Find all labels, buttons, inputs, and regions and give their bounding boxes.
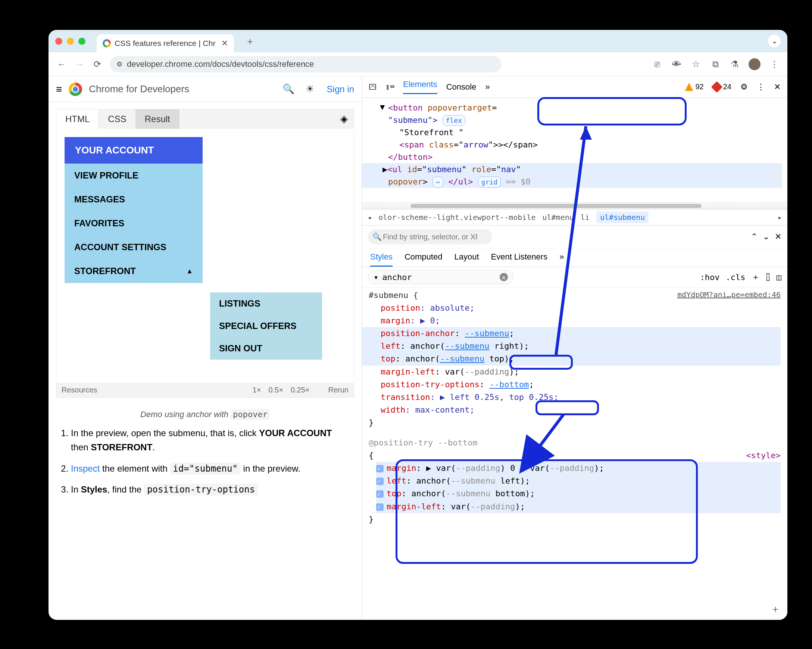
tab-favicon-icon (102, 39, 111, 47)
menu-favorites[interactable]: FAVORITES (64, 211, 203, 235)
scale-05x[interactable]: 0.5× (268, 386, 283, 394)
cls-toggle[interactable]: .cls (726, 272, 746, 282)
search-next-icon[interactable]: ⌄ (763, 232, 769, 242)
search-close-icon[interactable]: ✕ (775, 232, 781, 242)
annotation-dom-button-box (537, 97, 687, 126)
address-bar[interactable]: ⚙ developer.chrome.com/docs/devtools/css… (110, 56, 502, 72)
step-1: In the preview, open the submenu, that i… (71, 426, 350, 455)
extensions-icon[interactable]: ⧉ (710, 59, 721, 69)
labs-icon[interactable]: ⚗ (729, 59, 740, 69)
dom-search-input[interactable] (368, 229, 492, 244)
brush-icon[interactable]: ⌷ (766, 272, 771, 282)
new-tab-button[interactable]: ＋ (245, 35, 255, 48)
example-tabs: HTML CSS Result ◈ (56, 109, 354, 129)
search-icon[interactable]: 🔍 (282, 83, 295, 95)
tab-result[interactable]: Result (136, 109, 180, 129)
styles-tab[interactable]: Styles (370, 252, 392, 266)
rule-source-link[interactable]: mdYdpOM?ani…pe=embed:46 (677, 289, 781, 301)
chrome-logo-icon (69, 83, 82, 96)
profile-avatar[interactable] (749, 58, 760, 70)
back-button[interactable]: ← (56, 59, 67, 69)
styles-subtabs: Styles Computed Layout Event Listeners » (362, 248, 788, 267)
menu-your-account[interactable]: YOUR ACCOUNT (64, 137, 203, 164)
dom-search-row: 🔍 ⌃ ⌄ ✕ (362, 225, 788, 248)
reload-button[interactable]: ⟳ (92, 59, 103, 69)
inspect-element-icon[interactable]: ⮹ (369, 82, 377, 92)
tab-css[interactable]: CSS (99, 109, 136, 129)
submenu-special-offers[interactable]: SPECIAL OFFERS (210, 315, 322, 337)
site-header: ≡ Chrome for Developers 🔍 ☀ Sign in (49, 76, 362, 102)
device-toggle-icon[interactable]: ⫾▭ (386, 82, 394, 92)
forward-button[interactable]: → (74, 59, 85, 69)
submenu-popover: LISTINGS SPECIAL OFFERS SIGN OUT (210, 292, 322, 360)
annotation-submenu-pill (509, 355, 573, 370)
tabs-overflow-button[interactable]: ⌄ (768, 35, 781, 47)
css-rules-pane[interactable]: mdYdpOM?ani…pe=embed:46 #submenu { posit… (362, 288, 788, 620)
tab-close-icon[interactable]: ✕ (221, 38, 228, 48)
filter-icon: ▾ (374, 272, 379, 282)
site-brand: Chrome for Developers (89, 83, 189, 95)
clear-filter-icon[interactable]: ✕ (500, 273, 508, 281)
minimize-window-icon[interactable] (67, 38, 74, 45)
sign-in-link[interactable]: Sign in (327, 84, 354, 95)
codepen-example: HTML CSS Result ◈ YOUR ACCOUNT VIEW PROF… (56, 109, 354, 398)
maximize-window-icon[interactable] (78, 38, 85, 45)
computed-toggle-icon[interactable]: ◫ (777, 272, 781, 282)
add-property-icon[interactable]: ＋ (770, 602, 781, 616)
menu-messages[interactable]: MESSAGES (64, 187, 203, 211)
privacy-icon[interactable]: 👁 (671, 59, 682, 69)
dom-breadcrumb[interactable]: ◂ olor-scheme--light.viewport--mobile ul… (362, 209, 788, 225)
site-settings-icon[interactable]: ⚙ (116, 60, 122, 68)
theme-icon[interactable]: ☀ (305, 83, 314, 95)
style-source-link[interactable]: <style> (746, 449, 781, 462)
window-titlebar: CSS features reference | Chr ✕ ＋ ⌄ (49, 30, 788, 52)
codepen-logo-icon[interactable]: ◈ (334, 109, 354, 129)
more-icon[interactable]: ⋮ (757, 82, 765, 92)
styles-filter-input[interactable]: ▾ anchor ✕ (368, 270, 513, 284)
menu-storefront-label: STOREFRONT (74, 266, 136, 276)
resources-link[interactable]: Resources (61, 386, 98, 394)
example-footer: Resources 1× 0.5× 0.25× Rerun (56, 383, 354, 397)
layout-tab[interactable]: Layout (454, 252, 479, 266)
rerun-button[interactable]: Rerun (328, 386, 348, 394)
computed-tab[interactable]: Computed (404, 252, 443, 266)
caption-code: popover (230, 409, 270, 420)
event-listeners-tab[interactable]: Event Listeners (491, 252, 548, 266)
dom-scrollbar[interactable] (362, 202, 788, 209)
menu-storefront[interactable]: STOREFRONT ▲ (64, 259, 203, 283)
more-tabs-icon[interactable]: » (485, 82, 490, 92)
settings-icon[interactable]: ⚙ (740, 82, 748, 92)
close-devtools-icon[interactable]: ✕ (774, 82, 781, 92)
search-prev-icon[interactable]: ⌃ (751, 232, 757, 242)
inspect-link[interactable]: Inspect (71, 464, 100, 473)
window-controls (55, 38, 85, 45)
browser-toolbar: ← → ⟳ ⚙ developer.chrome.com/docs/devtoo… (49, 52, 788, 76)
page-content: ≡ Chrome for Developers 🔍 ☀ Sign in HTML… (49, 76, 362, 620)
breadcrumb-right-icon[interactable]: ▸ (778, 213, 782, 222)
elements-tab[interactable]: Elements (403, 80, 437, 94)
cast-icon[interactable]: ⎚ (652, 59, 663, 69)
hamburger-icon[interactable]: ≡ (56, 83, 62, 95)
scale-1x[interactable]: 1× (253, 386, 261, 394)
browser-tab[interactable]: CSS features reference | Chr ✕ (97, 34, 234, 52)
menu-icon[interactable]: ⋮ (769, 59, 780, 69)
errors-badge[interactable]: 24 (713, 83, 731, 91)
tab-title: CSS features reference | Chr (114, 39, 215, 48)
bookmark-icon[interactable]: ☆ (690, 59, 702, 69)
styles-filter-row: ▾ anchor ✕ :hov .cls ＋ ⌷ ◫ (362, 267, 788, 288)
menu-view-profile[interactable]: VIEW PROFILE (64, 164, 203, 187)
submenu-sign-out[interactable]: SIGN OUT (210, 337, 322, 360)
example-preview[interactable]: YOUR ACCOUNT VIEW PROFILE MESSAGES FAVOR… (56, 129, 354, 383)
console-tab[interactable]: Console (446, 82, 476, 92)
hov-toggle[interactable]: :hov (700, 272, 720, 282)
new-rule-icon[interactable]: ＋ (751, 271, 760, 283)
breadcrumb-left-icon[interactable]: ◂ (367, 213, 372, 222)
close-window-icon[interactable] (55, 38, 62, 45)
instruction-steps: In the preview, open the submenu, that i… (49, 426, 362, 504)
warnings-badge[interactable]: 92 (685, 83, 704, 91)
scale-025x[interactable]: 0.25× (291, 386, 310, 394)
more-subtabs-icon[interactable]: » (559, 252, 564, 266)
submenu-listings[interactable]: LISTINGS (210, 292, 322, 315)
menu-account-settings[interactable]: ACCOUNT SETTINGS (64, 235, 203, 259)
tab-html[interactable]: HTML (56, 109, 99, 129)
